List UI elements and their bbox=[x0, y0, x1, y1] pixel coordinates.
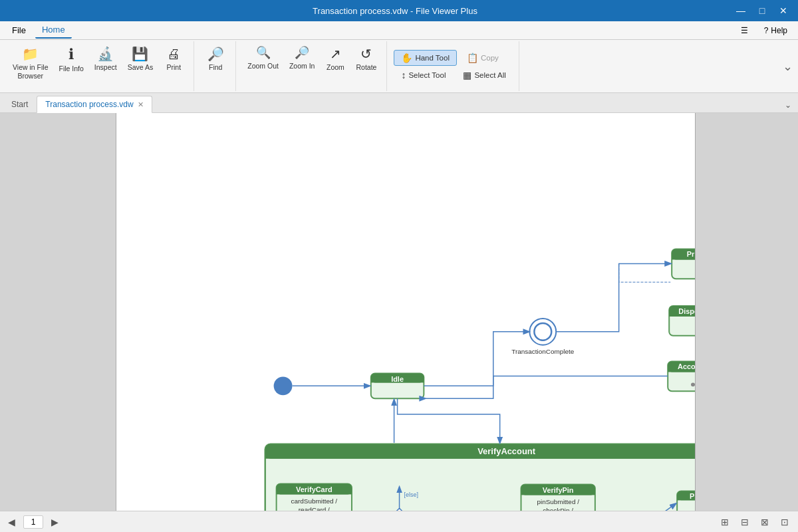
zoom-out-button[interactable]: 🔍 Zoom Out bbox=[243, 43, 283, 73]
svg-text:readCard /: readCard / bbox=[299, 506, 330, 511]
select-tool-button[interactable]: ↕ Select Tool bbox=[394, 67, 453, 83]
transaction-tab-label: Transaction process.vdw bbox=[45, 100, 133, 109]
find-icon: 🔎 bbox=[207, 46, 224, 62]
save-icon: 💾 bbox=[132, 46, 148, 62]
canvas-area[interactable]: VerifyAccount PrintReceipt DispenseMoney… bbox=[116, 113, 695, 511]
maximize-button[interactable]: □ bbox=[753, 3, 771, 18]
svg-text:[else]: [else] bbox=[404, 491, 418, 498]
copy-label: Copy bbox=[481, 54, 499, 62]
inspect-button[interactable]: 🔬 Inspect bbox=[90, 43, 122, 75]
zoom-button[interactable]: ↗ Zoom bbox=[321, 43, 350, 75]
menu-home[interactable]: Home bbox=[35, 22, 72, 39]
tabs-bar: Start Transaction process.vdw ✕ ⌄ bbox=[0, 93, 798, 113]
close-button[interactable]: ✕ bbox=[774, 3, 793, 18]
svg-text:VerifyAccount: VerifyAccount bbox=[477, 446, 535, 456]
select-icon: ↕ bbox=[401, 70, 406, 80]
find-ribbon-group: 🔎 Find bbox=[196, 41, 236, 91]
info-icon: ℹ bbox=[68, 46, 74, 63]
svg-point-26 bbox=[274, 376, 293, 395]
svg-text:PrintReceipt: PrintReceipt bbox=[687, 250, 695, 258]
svg-text:VerifyPin: VerifyPin bbox=[543, 486, 574, 494]
select-all-button[interactable]: ▦ Select All bbox=[456, 67, 513, 83]
copy-icon: 📋 bbox=[467, 53, 478, 63]
transaction-tab[interactable]: Transaction process.vdw ✕ bbox=[37, 96, 152, 113]
page-number-input[interactable] bbox=[23, 515, 43, 529]
print-icon: 🖨 bbox=[167, 46, 180, 62]
hand-tool-label: Hand Tool bbox=[415, 54, 450, 62]
zoom-ribbon-group: 🔍 Zoom Out 🔎 Zoom In ↗ Zoom ↺ Rotate bbox=[237, 41, 387, 91]
hand-tool-button[interactable]: ✋ Hand Tool bbox=[394, 50, 457, 66]
main-area: VerifyAccount PrintReceipt DispenseMoney… bbox=[0, 113, 798, 511]
ribbon-scroll[interactable]: ⌄ bbox=[783, 41, 795, 91]
svg-text:checkPin /: checkPin / bbox=[543, 507, 573, 511]
help-icon: ? bbox=[764, 26, 769, 35]
next-page-button[interactable]: ▶ bbox=[49, 515, 61, 529]
zoom-in-icon: 🔎 bbox=[295, 46, 309, 61]
copy-button[interactable]: 📋 Copy bbox=[460, 50, 506, 66]
view-btn-4[interactable]: ⊡ bbox=[777, 515, 793, 529]
file-ribbon-group: 📁 View in FileBrowser ℹ File Info 🔬 Insp… bbox=[3, 41, 194, 91]
select-all-label: Select All bbox=[474, 71, 505, 79]
svg-point-16 bbox=[691, 382, 695, 386]
help-label: Help bbox=[771, 26, 787, 35]
svg-text:DispenseMoney: DispenseMoney bbox=[678, 307, 695, 315]
menu-file[interactable]: File bbox=[5, 23, 33, 38]
tabs-scroll-button[interactable]: ⌄ bbox=[781, 98, 795, 112]
help-menu-btn[interactable]: ? Help bbox=[759, 24, 793, 37]
svg-text:cardSubmitted /: cardSubmitted / bbox=[291, 497, 337, 505]
svg-point-24 bbox=[534, 323, 551, 340]
svg-text:AccountActions: AccountActions bbox=[678, 363, 695, 371]
window-title: Transaction process.vdw - File Viewer Pl… bbox=[59, 6, 732, 16]
start-tab[interactable]: Start bbox=[3, 95, 37, 112]
tab-close-icon[interactable]: ✕ bbox=[138, 100, 144, 109]
view-btn-1[interactable]: ⊞ bbox=[717, 515, 733, 529]
hand-icon: ✋ bbox=[401, 53, 412, 63]
status-bar: ◀ ▶ ⊞ ⊟ ⊠ ⊡ bbox=[0, 511, 798, 532]
view-in-file-browser-button[interactable]: 📁 View in FileBrowser bbox=[8, 43, 53, 83]
tools-row-2: ↕ Select Tool ▦ Select All bbox=[394, 67, 513, 83]
settings-menu-btn[interactable]: ☰ bbox=[735, 24, 753, 37]
menu-right: ☰ ? Help bbox=[735, 24, 793, 37]
select-tool-label: Select Tool bbox=[408, 71, 446, 79]
view-buttons: ⊞ ⊟ ⊠ ⊡ bbox=[717, 515, 793, 529]
menu-bar: File Home ☰ ? Help bbox=[0, 21, 798, 40]
inspect-icon: 🔬 bbox=[97, 46, 114, 62]
prev-page-button[interactable]: ◀ bbox=[5, 515, 18, 529]
svg-text:PinCorrect: PinCorrect bbox=[690, 492, 695, 500]
start-tab-label: Start bbox=[11, 100, 28, 109]
minimize-button[interactable]: — bbox=[732, 3, 750, 18]
diagram-svg: VerifyAccount PrintReceipt DispenseMoney… bbox=[116, 113, 695, 511]
save-as-button[interactable]: 💾 Save As bbox=[123, 43, 158, 75]
right-panel bbox=[695, 113, 798, 511]
svg-text:TransactionComplete: TransactionComplete bbox=[511, 348, 575, 355]
rotate-button[interactable]: ↺ Rotate bbox=[351, 43, 381, 75]
find-button[interactable]: 🔎 Find bbox=[201, 43, 230, 75]
file-info-button[interactable]: ℹ File Info bbox=[55, 43, 88, 76]
title-bar: Transaction process.vdw - File Viewer Pl… bbox=[0, 0, 798, 21]
left-panel bbox=[0, 113, 116, 511]
zoom-out-icon: 🔍 bbox=[256, 46, 271, 61]
view-btn-3[interactable]: ⊠ bbox=[757, 515, 773, 529]
title-bar-controls: — □ ✕ bbox=[732, 3, 793, 18]
view-btn-2[interactable]: ⊟ bbox=[737, 515, 753, 529]
folder-icon: 📁 bbox=[22, 46, 39, 62]
zoom-in-button[interactable]: 🔎 Zoom In bbox=[285, 43, 320, 73]
svg-text:Idle: Idle bbox=[391, 375, 404, 383]
settings-icon: ☰ bbox=[741, 26, 748, 35]
zoom-icon: ↗ bbox=[330, 46, 341, 62]
print-button[interactable]: 🖨 Print bbox=[159, 43, 188, 75]
svg-text:pinSubmitted /: pinSubmitted / bbox=[537, 498, 579, 505]
rotate-icon: ↺ bbox=[360, 46, 372, 62]
tools-ribbon-group: ✋ Hand Tool 📋 Copy ↕ Select Tool ▦ Selec… bbox=[388, 41, 519, 91]
svg-text:VerifyCard: VerifyCard bbox=[296, 485, 332, 493]
ribbon: 📁 View in FileBrowser ℹ File Info 🔬 Insp… bbox=[0, 40, 798, 93]
tools-row-1: ✋ Hand Tool 📋 Copy bbox=[394, 50, 513, 66]
select-all-icon: ▦ bbox=[463, 70, 471, 80]
